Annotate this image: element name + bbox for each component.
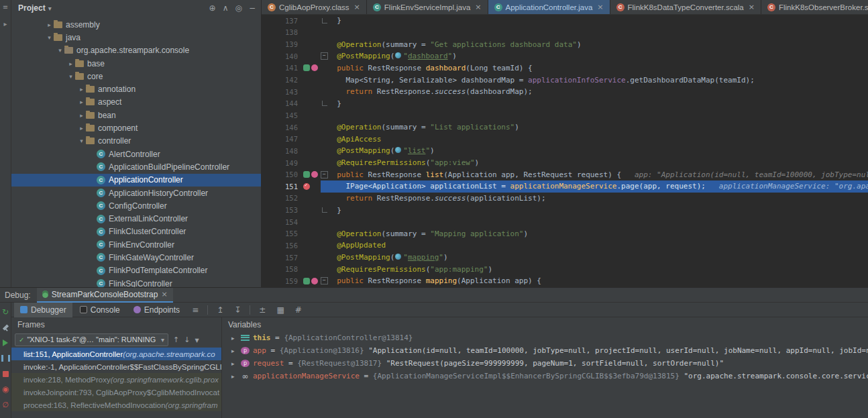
fold-marker[interactable] bbox=[321, 171, 328, 178]
line-number[interactable]: 151 bbox=[262, 182, 303, 191]
editor-tab[interactable]: C FlinkK8sObserverBroker.scala bbox=[761, 0, 868, 14]
thread-selector[interactable]: "XNIO-1 task-6"@… "main": RUNNING bbox=[15, 333, 168, 346]
tree-item[interactable]: ▸ bean bbox=[11, 109, 261, 121]
variable-row[interactable]: applicationManageService = {ApplicationM… bbox=[222, 370, 868, 382]
stack-frame[interactable]: invoke:218, MethodProxy (org.springframe… bbox=[11, 373, 221, 386]
line-number[interactable]: 137 bbox=[262, 17, 303, 25]
chevron-icon[interactable]: ▸ bbox=[66, 60, 75, 67]
settings-gear-icon[interactable]: ◎ bbox=[235, 3, 241, 13]
restore-layout-icon[interactable]: ▦ bbox=[276, 305, 284, 315]
tree-item[interactable]: C FlinkEnvController bbox=[11, 238, 261, 251]
code-line[interactable]: 159 public RestResponse mapping(Applicat… bbox=[262, 275, 868, 287]
code-line[interactable]: 148 @PostMapping("list") bbox=[262, 145, 868, 157]
line-number[interactable]: 157 bbox=[262, 254, 303, 262]
project-stripe-icon[interactable]: ≡ bbox=[3, 3, 8, 11]
tree-item[interactable]: ▸ component bbox=[11, 121, 261, 134]
fold-marker[interactable] bbox=[321, 101, 328, 106]
endpoint-a-icon[interactable] bbox=[303, 64, 310, 71]
collapse-all-icon[interactable]: ∧ bbox=[223, 3, 229, 13]
endpoint-b-icon[interactable] bbox=[311, 64, 318, 71]
pause-icon[interactable] bbox=[1, 354, 10, 362]
tree-item[interactable]: ▸ aspect bbox=[11, 96, 261, 109]
editor[interactable]: 137 } 138 139 @Operation(summary = "Get … bbox=[262, 15, 868, 287]
endpoint-a-icon[interactable] bbox=[303, 278, 310, 284]
line-number[interactable]: 159 bbox=[262, 277, 303, 285]
line-number[interactable]: 143 bbox=[262, 88, 303, 96]
line-number[interactable]: 153 bbox=[262, 206, 303, 214]
fold-marker[interactable] bbox=[321, 207, 328, 213]
tree-item[interactable]: ▾ java bbox=[11, 31, 261, 44]
expand-collapse-icon[interactable]: ± bbox=[259, 305, 266, 315]
project-tool-title[interactable]: Project bbox=[18, 3, 46, 13]
close-icon[interactable] bbox=[354, 3, 360, 11]
stack-frame[interactable]: list:151, ApplicationController (org.apa… bbox=[11, 348, 221, 360]
stack-frame[interactable]: proceed:163, ReflectiveMethodInvocation … bbox=[11, 399, 221, 411]
tree-item[interactable]: C ApplicationHistoryController bbox=[11, 187, 261, 199]
tree-item[interactable]: C ConfigController bbox=[11, 199, 261, 212]
tree-item[interactable]: ▾ controller bbox=[11, 135, 261, 148]
expand-arrow-icon[interactable] bbox=[231, 335, 237, 342]
fold-marker[interactable] bbox=[321, 277, 328, 284]
editor-tab[interactable]: C CglibAopProxy.class bbox=[262, 0, 367, 14]
close-icon[interactable] bbox=[597, 3, 603, 11]
code-line[interactable]: 158 @RequiresPermissions("app:mapping") bbox=[262, 263, 868, 275]
editor-tab[interactable]: C FlinkK8sDataTypeConverter.scala bbox=[610, 0, 761, 14]
line-number[interactable]: 147 bbox=[262, 135, 303, 143]
code-line[interactable]: 137 } bbox=[262, 15, 868, 27]
previous-frame-icon[interactable] bbox=[173, 335, 179, 344]
chevron-icon[interactable]: ▸ bbox=[77, 99, 86, 105]
step-out-to-line-icon[interactable]: ↥ bbox=[217, 305, 223, 315]
chevron-icon[interactable]: ▾ bbox=[45, 34, 54, 41]
tree-item[interactable]: C FlinkClusterController bbox=[11, 225, 261, 238]
line-number[interactable]: 142 bbox=[262, 76, 303, 84]
line-number[interactable]: 152 bbox=[262, 194, 303, 202]
endpoint-a-icon[interactable] bbox=[303, 171, 310, 178]
expand-arrow-icon[interactable] bbox=[231, 360, 237, 367]
tree-item[interactable]: C FlinkGateWayController bbox=[11, 251, 261, 264]
endpoint-b-icon[interactable] bbox=[311, 278, 318, 284]
line-number[interactable]: 141 bbox=[262, 64, 303, 72]
view-options-icon[interactable]: # bbox=[295, 305, 302, 315]
code-line[interactable]: 138 bbox=[262, 27, 868, 39]
line-number[interactable]: 149 bbox=[262, 159, 303, 167]
chevron-icon[interactable]: ▸ bbox=[77, 112, 86, 119]
tree-item[interactable]: C AlertController bbox=[11, 148, 261, 160]
code-line[interactable]: 144 } bbox=[262, 97, 868, 109]
editor-tab[interactable]: C ApplicationController.java bbox=[488, 0, 610, 14]
line-number[interactable]: 144 bbox=[262, 99, 303, 107]
structure-stripe-icon[interactable]: ▸ bbox=[3, 20, 7, 28]
code-line[interactable]: 156 @AppUpdated bbox=[262, 240, 868, 252]
next-frame-icon[interactable] bbox=[184, 335, 190, 344]
expand-arrow-icon[interactable] bbox=[231, 348, 237, 354]
line-number[interactable]: 148 bbox=[262, 147, 303, 155]
hide-panel-icon[interactable]: − bbox=[249, 3, 256, 13]
expand-arrow-icon[interactable] bbox=[231, 373, 237, 380]
code-line[interactable]: 152 return RestResponse.success(applicat… bbox=[262, 193, 868, 205]
line-number[interactable]: 154 bbox=[262, 218, 303, 226]
chevron-icon[interactable]: ▸ bbox=[45, 21, 54, 28]
code-line[interactable]: 151 IPage<Application> applicationList =… bbox=[262, 180, 868, 193]
debug-session-tab[interactable]: StreamParkConsoleBootstrap bbox=[37, 288, 173, 303]
close-icon[interactable] bbox=[475, 3, 481, 11]
code-line[interactable]: 145 bbox=[262, 109, 868, 121]
chevron-down-icon[interactable] bbox=[48, 5, 52, 12]
code-line[interactable]: 140 @PostMapping("dashboard") bbox=[262, 50, 868, 62]
tab-console[interactable]: Console bbox=[74, 303, 126, 317]
rerun-icon[interactable]: ↻ bbox=[1, 308, 10, 316]
mute-breakpoints-icon[interactable]: ∅ bbox=[1, 401, 10, 409]
fold-marker[interactable] bbox=[321, 52, 328, 60]
code-line[interactable]: 155 @Operation(summary = "Mapping applic… bbox=[262, 228, 868, 240]
code-line[interactable]: 142 Map<String, Serializable> dashboardM… bbox=[262, 74, 868, 86]
line-number[interactable]: 140 bbox=[262, 52, 303, 60]
tab-debugger[interactable]: Debugger bbox=[14, 303, 72, 317]
code-line[interactable]: 141 public RestResponse dashboard(Long t… bbox=[262, 62, 868, 74]
code-line[interactable]: 157 @PostMapping("mapping") bbox=[262, 252, 868, 264]
code-line[interactable]: 154 bbox=[262, 216, 868, 228]
tree-item[interactable]: ▾ org.apache.streampark.console bbox=[11, 44, 261, 57]
code-line[interactable]: 146 @Operation(summary = "List applicati… bbox=[262, 121, 868, 134]
tree-item[interactable]: C FlinkSqlController bbox=[11, 277, 261, 287]
line-number[interactable]: 156 bbox=[262, 242, 303, 250]
chevron-icon[interactable]: ▸ bbox=[77, 86, 86, 93]
editor-tab[interactable]: C FlinkEnvServiceImpl.java bbox=[367, 0, 488, 14]
filter-frames-icon[interactable] bbox=[195, 335, 199, 344]
